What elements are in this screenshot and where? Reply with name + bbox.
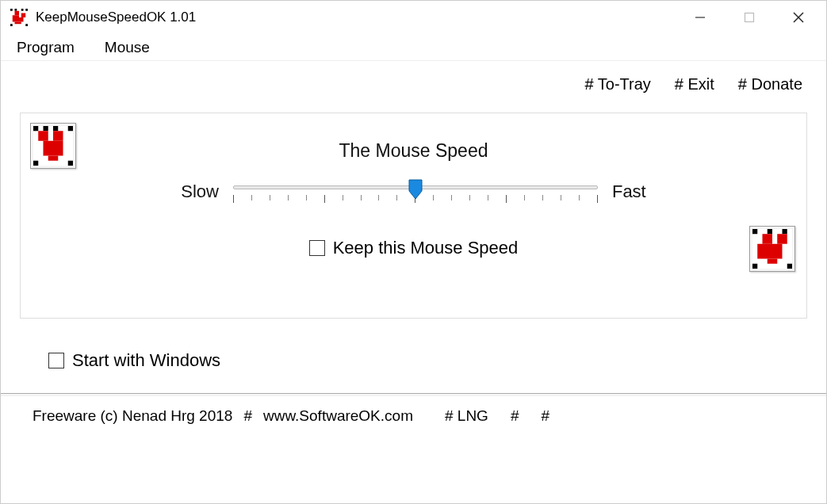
svg-rect-1 <box>10 9 13 11</box>
menubar: Program Mouse <box>1 34 826 61</box>
slider-row: Slow Fast <box>21 178 806 206</box>
svg-rect-36 <box>768 259 778 264</box>
svg-rect-24 <box>53 131 63 141</box>
svg-rect-18 <box>44 126 48 131</box>
start-with-windows-checkbox[interactable] <box>48 353 64 368</box>
svg-rect-17 <box>33 126 38 131</box>
footer-site-link[interactable]: www.SoftwareOK.com <box>263 407 413 425</box>
titlebar: KeepMouseSpeedOK 1.01 <box>1 1 826 34</box>
footer-lng-link[interactable]: # LNG <box>445 407 488 425</box>
top-links: # To-Tray # Exit # Donate <box>20 75 807 94</box>
minimize-button[interactable] <box>676 1 725 34</box>
svg-rect-11 <box>15 22 21 25</box>
speed-slider[interactable] <box>233 178 598 206</box>
svg-rect-34 <box>777 234 787 244</box>
svg-rect-10 <box>19 17 24 22</box>
close-button[interactable] <box>774 1 823 34</box>
svg-rect-20 <box>68 126 73 131</box>
footer-copyright: Freeware (c) Nenad Hrg 2018 <box>33 407 232 425</box>
footer-hash-link-2[interactable]: # <box>541 407 549 425</box>
content-area: # To-Tray # Exit # Donate The Mouse Spee… <box>1 61 826 371</box>
svg-rect-13 <box>745 13 754 22</box>
app-logo-icon <box>30 123 76 169</box>
footer: Freeware (c) Nenad Hrg 2018 # www.Softwa… <box>1 396 826 436</box>
window-title: KeepMouseSpeedOK 1.01 <box>36 10 676 25</box>
svg-rect-23 <box>38 131 48 141</box>
svg-rect-3 <box>21 9 24 11</box>
start-with-windows-row: Start with Windows <box>48 350 807 371</box>
window-controls <box>676 1 823 34</box>
to-tray-link[interactable]: # To-Tray <box>584 75 650 94</box>
footer-sep-hash: # <box>243 407 252 425</box>
svg-rect-6 <box>25 24 28 26</box>
svg-rect-19 <box>53 126 58 131</box>
svg-rect-21 <box>33 161 38 166</box>
svg-rect-28 <box>752 229 757 234</box>
start-with-windows-label: Start with Windows <box>72 350 220 371</box>
footer-hash-link-1[interactable]: # <box>511 407 519 425</box>
svg-rect-29 <box>768 229 772 234</box>
svg-rect-31 <box>752 264 757 269</box>
app-logo-icon <box>749 226 795 272</box>
keep-speed-checkbox[interactable] <box>309 240 325 256</box>
svg-rect-32 <box>787 264 792 269</box>
menu-program[interactable]: Program <box>9 36 82 59</box>
keep-speed-row: Keep this Mouse Speed <box>21 238 806 258</box>
speed-panel: The Mouse Speed Slow Fast <box>20 113 807 319</box>
svg-rect-26 <box>48 156 59 161</box>
svg-rect-22 <box>68 161 73 166</box>
svg-rect-33 <box>763 234 773 244</box>
svg-rect-30 <box>783 229 787 234</box>
slider-thumb[interactable] <box>408 179 423 200</box>
keep-speed-label: Keep this Mouse Speed <box>333 238 519 258</box>
exit-link[interactable]: # Exit <box>675 75 714 94</box>
fast-label: Fast <box>612 181 646 202</box>
svg-rect-9 <box>13 15 19 21</box>
slow-label: Slow <box>181 181 219 202</box>
donate-link[interactable]: # Donate <box>738 75 802 94</box>
svg-rect-8 <box>21 13 26 18</box>
svg-rect-4 <box>25 9 28 11</box>
svg-rect-7 <box>15 11 20 16</box>
speed-title: The Mouse Speed <box>21 140 806 162</box>
svg-rect-25 <box>44 141 63 156</box>
app-icon <box>10 9 28 26</box>
svg-rect-5 <box>10 24 13 26</box>
svg-rect-2 <box>15 9 17 11</box>
svg-rect-35 <box>757 244 782 259</box>
menu-mouse[interactable]: Mouse <box>97 36 158 59</box>
maximize-button[interactable] <box>725 1 774 34</box>
